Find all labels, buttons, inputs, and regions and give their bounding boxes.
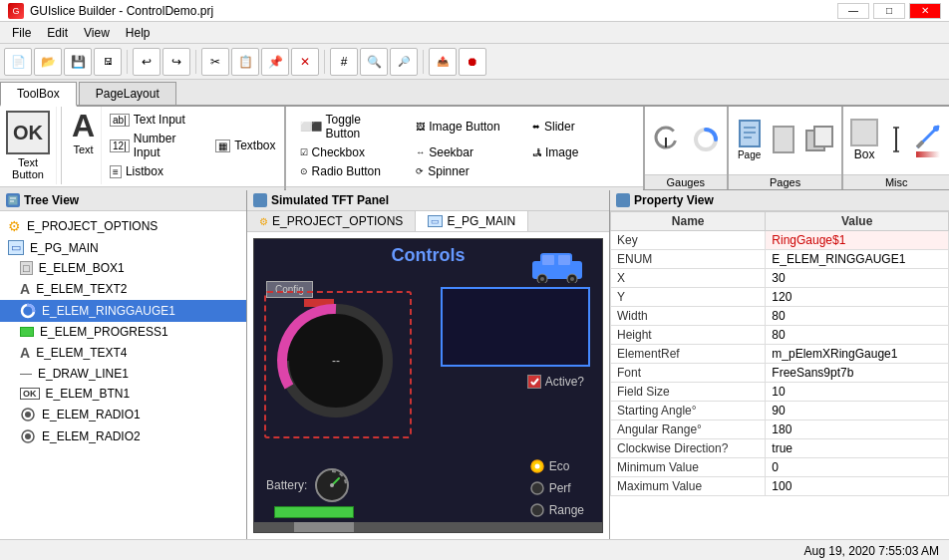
radio-range[interactable]: Range — [529, 502, 584, 518]
base-page-tool[interactable] — [770, 124, 797, 155]
tb-open[interactable]: 📂 — [34, 48, 62, 76]
prop-row[interactable]: Height80 — [611, 326, 949, 345]
ring-gauge-tool[interactable] — [688, 124, 724, 155]
number-input-tool[interactable]: 12| Number Input — [104, 130, 205, 161]
checkbox-tool[interactable]: ☑ Checkbox — [294, 143, 403, 161]
tb-save2[interactable]: 🖫 — [94, 48, 122, 76]
battery-row: Battery: — [266, 466, 351, 504]
tree-item-ringgauge1[interactable]: E_ELEM_RINGGAUGE1 — [0, 300, 246, 322]
tb-paste[interactable]: 📌 — [261, 48, 289, 76]
maximize-button[interactable]: □ — [873, 3, 905, 19]
radio-eco[interactable]: Eco — [529, 458, 584, 474]
tb-zoom-in[interactable]: 🔍 — [360, 48, 388, 76]
tab-pagelayout[interactable]: PageLayout — [79, 82, 176, 105]
tree-item-project-options[interactable]: ⚙ E_PROJECT_OPTIONS — [0, 215, 246, 237]
tb-publish[interactable]: 📤 — [429, 48, 457, 76]
tb-delete[interactable]: ✕ — [291, 48, 319, 76]
text-button-tool[interactable]: OK Text Button — [0, 107, 57, 184]
tb-run[interactable]: ⏺ — [459, 48, 486, 76]
progress-bar-bottom — [274, 506, 354, 518]
prop-row[interactable]: ElementRefm_pElemXRingGauge1 — [611, 345, 949, 364]
slider-tool[interactable]: ⬌ Slider — [526, 111, 635, 142]
image-button-tool[interactable]: 🖼 Image Button — [410, 111, 518, 142]
image-tool[interactable]: 🏞 Image — [526, 143, 635, 161]
tb-undo[interactable]: ↩ — [133, 48, 160, 76]
ring-gauge-svg: -- — [274, 299, 399, 423]
prop-value-cell: 80 — [766, 307, 949, 326]
svg-point-41 — [531, 504, 543, 516]
page-tool[interactable]: Page — [736, 118, 764, 162]
status-text: Aug 19, 2020 7:55:03 AM — [804, 544, 939, 558]
svg-rect-8 — [814, 127, 832, 146]
tb-grid[interactable]: # — [330, 48, 358, 76]
tb-copy[interactable]: 📋 — [231, 48, 259, 76]
page-small-icon: ▭ — [8, 240, 24, 255]
tab-toolbox[interactable]: ToolBox — [0, 82, 77, 107]
tb-new[interactable]: 📄 — [4, 48, 32, 76]
tree-item-progress1[interactable]: E_ELEM_PROGRESS1 — [0, 322, 246, 342]
menu-edit[interactable]: Edit — [39, 24, 76, 42]
tree-item-btn1[interactable]: OK E_ELEM_BTN1 — [0, 384, 246, 404]
controls-section: ⬜⬛ Toggle Button 🖼 Image Button ⬌ Slider… — [286, 107, 645, 189]
text-input-tool[interactable]: ab| Text Input — [104, 111, 205, 129]
prop-name-cell: Font — [611, 364, 766, 383]
prop-row[interactable]: ENUME_ELEM_RINGGAUGE1 — [611, 250, 949, 269]
prop-row[interactable]: X30 — [611, 269, 949, 288]
radio-group: Eco Perf Range — [529, 458, 584, 518]
btn-small-icon: OK — [20, 388, 40, 400]
menu-view[interactable]: View — [76, 24, 118, 42]
minimize-button[interactable]: — — [837, 3, 869, 19]
radio-button-tool[interactable]: ⊙ Radio Button — [294, 162, 403, 180]
tree-item-radio2[interactable]: E_ELEM_RADIO2 — [0, 425, 246, 447]
tree-item-text2[interactable]: A E_ELEM_TEXT2 — [0, 278, 246, 300]
h-scrollbar-thumb[interactable] — [294, 522, 354, 532]
prop-row[interactable]: FontFreeSans9pt7b — [611, 364, 949, 383]
radial-gauge-tool[interactable] — [648, 124, 684, 155]
tb-save[interactable]: 💾 — [64, 48, 92, 76]
tree-item-radio1[interactable]: E_ELEM_RADIO1 — [0, 404, 246, 425]
paint-tool[interactable] — [910, 121, 946, 159]
prop-row[interactable]: KeyRingGauge$1 — [611, 231, 949, 250]
svg-point-20 — [25, 412, 31, 418]
prop-value-cell: 180 — [766, 420, 949, 439]
prop-row[interactable]: Y120 — [611, 288, 949, 307]
tb-redo[interactable]: ↪ — [162, 48, 190, 76]
needle-gauge-icon — [313, 466, 351, 504]
prop-row[interactable]: Maximum Value100 — [611, 477, 949, 496]
prop-value-cell: RingGauge$1 — [766, 231, 949, 250]
prop-row[interactable]: Angular Range°180 — [611, 420, 949, 439]
popup-icon-svg — [805, 126, 833, 153]
prop-row[interactable]: Starting Angle°90 — [611, 402, 949, 420]
sim-tab-project[interactable]: ⚙ E_PROJECT_OPTIONS — [247, 211, 416, 231]
text-tool[interactable]: A Text — [66, 107, 102, 184]
radio-perf[interactable]: Perf — [529, 480, 584, 496]
tree-item-pg-main[interactable]: ▭ E_PG_MAIN — [0, 237, 246, 258]
textbox-tool[interactable]: ▦ Textbox — [209, 137, 281, 154]
box-tool[interactable]: Box — [846, 117, 882, 163]
close-button[interactable]: ✕ — [909, 3, 941, 19]
prop-row[interactable]: Width80 — [611, 307, 949, 326]
prop-row[interactable]: Minimum Value0 — [611, 458, 949, 477]
spinner-tool[interactable]: ⟳ Spinner — [410, 162, 518, 180]
toggle-button-tool[interactable]: ⬜⬛ Toggle Button — [294, 111, 403, 142]
tree-item-box1[interactable]: □ E_ELEM_BOX1 — [0, 258, 246, 278]
tb-zoom-out[interactable]: 🔎 — [390, 48, 418, 76]
seekbar-tool[interactable]: ↔ Seekbar — [410, 143, 518, 161]
tree-item-line1[interactable]: — E_DRAW_LINE1 — [0, 364, 246, 384]
h-scrollbar[interactable] — [254, 522, 602, 532]
menu-file[interactable]: File — [4, 24, 39, 42]
battery-label: Battery: — [266, 478, 307, 492]
popup-tool[interactable] — [803, 124, 835, 155]
prop-row[interactable]: Clockwise Direction?true — [611, 439, 949, 458]
tb-cut[interactable]: ✂ — [201, 48, 229, 76]
listbox-tool[interactable]: ≡ Listbox — [104, 162, 205, 180]
prop-name-cell: Key — [611, 231, 766, 250]
active-checkbox[interactable]: Active? — [527, 375, 584, 389]
prop-row[interactable]: Field Size10 — [611, 383, 949, 402]
menu-help[interactable]: Help — [118, 24, 158, 42]
svg-line-34 — [533, 379, 538, 385]
sim-tab-pg-main[interactable]: ▭ E_PG_MAIN — [416, 211, 528, 231]
prop-value-cell: true — [766, 439, 949, 458]
line-tool[interactable] — [886, 124, 906, 155]
tree-item-text4[interactable]: A E_ELEM_TEXT4 — [0, 342, 246, 364]
